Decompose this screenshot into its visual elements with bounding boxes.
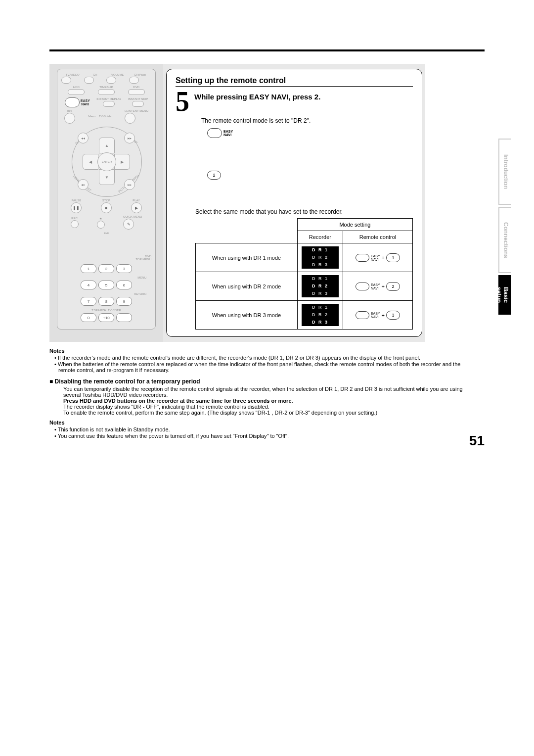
note-item: This function is not available in Standb… <box>54 426 475 432</box>
num-2: 2 <box>98 264 114 273</box>
lbl: REC <box>71 217 79 220</box>
when-cell: When using with DR 3 mode <box>196 301 298 330</box>
disable-body: You can temporarily disable the receptio… <box>63 386 475 416</box>
num-6: 6 <box>116 281 132 289</box>
tab-introduction: Introduction <box>498 139 511 205</box>
th-remote: Remote control <box>343 231 412 243</box>
num-plus10: +10 <box>98 313 114 322</box>
down: ▼ <box>99 169 115 185</box>
notes-title-2: Notes <box>49 420 475 425</box>
dpad: SLOW SKIP FRAME/ADJUST PICTURE SEARCH ◂◂… <box>72 127 141 196</box>
disable-line: You can temporarily disable the receptio… <box>63 386 475 398</box>
stop-btn: ■ <box>101 202 112 213</box>
tab-basic-setup: Basic setup <box>498 275 511 315</box>
easy-navi-button <box>65 97 80 107</box>
num-1: 1 <box>81 264 96 273</box>
corner-btn: ▸▸ <box>124 133 135 143</box>
step-text: The remote control mode is set to "DR 2"… <box>201 117 413 124</box>
step-body: The remote control mode is set to "DR 2"… <box>201 117 413 184</box>
table-row: When using with DR 2 mode D R 1 D R 2 D … <box>196 272 413 301</box>
right: ▶ <box>114 154 130 170</box>
lbl: Menu TV Guide <box>75 115 125 118</box>
dr3: D R 3 <box>302 261 339 269</box>
dr3-hi: D R 3 <box>302 319 339 326</box>
lbl: INSTANT SKIP <box>128 97 148 100</box>
easy-navi-key-label: EASY NAVI <box>223 130 233 137</box>
btn <box>128 89 145 95</box>
notes-title: Notes <box>49 348 475 354</box>
key-2: 2 <box>207 171 221 180</box>
combo-cell: EASY NAVI + 2 <box>343 272 412 301</box>
lbl: STOP <box>101 199 112 202</box>
combo-cell: EASY NAVI + 1 <box>343 243 412 272</box>
corner-btn: ◂ıı <box>78 179 89 190</box>
play-btn: ▶ <box>131 202 142 213</box>
btn <box>68 89 85 95</box>
lbl: Exit <box>61 232 151 235</box>
btn <box>129 77 139 84</box>
note-item: When the batteries of the remote control… <box>54 361 475 373</box>
navi-icon <box>356 311 369 319</box>
when-cell: When using with DR 1 mode <box>196 243 298 272</box>
instruction-panel: Setting up the remote control 5 While pr… <box>166 69 422 337</box>
top-rule <box>49 49 485 51</box>
corner-btn: ▸▸ <box>124 179 135 190</box>
rec-btn <box>71 220 79 228</box>
left: ◀ <box>83 154 98 170</box>
num-5: 5 <box>98 281 114 289</box>
navi-label: EASY NAVI <box>371 283 380 290</box>
lbl: TV/VIDEO <box>61 73 84 76</box>
navi-icon <box>356 283 369 290</box>
page-number: 51 <box>469 433 485 449</box>
table-row: When using with DR 3 mode D R 1 D R 2 D … <box>196 301 413 330</box>
lbl: MENU <box>61 276 151 279</box>
num-7: 7 <box>81 297 96 306</box>
quick-btn: ✎ <box>123 219 134 230</box>
dr-cell: D R 1 D R 2 D R 3 <box>297 301 343 330</box>
page: Introduction Connections Basic setup TV/… <box>0 0 534 464</box>
note-item: If the recorder's mode and the remote co… <box>54 355 475 361</box>
select-line: Select the same mode that you have set t… <box>195 208 413 215</box>
navi-label: EASY NAVI <box>371 312 380 319</box>
dr2: D R 2 <box>302 254 339 261</box>
enter-btn: ENTER <box>97 152 116 171</box>
btn <box>64 113 75 124</box>
mode-table: Mode setting Recorder Remote control Whe… <box>195 218 413 330</box>
lbl: PAUSE <box>71 199 82 202</box>
lbl: DVD <box>128 86 145 89</box>
lbl: Info <box>64 109 75 112</box>
easy-navi-key-icon <box>207 128 222 138</box>
remote-illustration: TV/VIDEO CH VOLUME CH/Page HDD TIMESLIP … <box>49 64 163 342</box>
th-recorder: Recorder <box>297 231 343 243</box>
section-title: Setting up the remote control <box>176 76 413 87</box>
disable-title: Disabling the remote control for a tempo… <box>49 378 475 385</box>
btn <box>98 89 115 95</box>
num-key: 1 <box>386 253 400 262</box>
dr2: D R 2 <box>302 311 339 319</box>
lbl: PLAY <box>131 199 142 202</box>
plus: + <box>382 255 385 261</box>
num-blank <box>116 313 132 322</box>
disable-line-bold: Press HDD and DVD buttons on the recorde… <box>63 398 475 404</box>
step-number: 5 <box>176 91 189 112</box>
lbl: DVD TOP MENU <box>136 255 151 261</box>
plus: + <box>382 284 385 289</box>
pause-btn: ❚❚ <box>71 202 82 213</box>
dr1: D R 1 <box>302 275 339 283</box>
lbl: INSTANT REPLAY <box>96 97 121 100</box>
side-tabs: Introduction Connections Basic setup <box>498 139 512 317</box>
btn <box>125 113 135 124</box>
tab-connections: Connections <box>498 207 511 273</box>
corner-btn: ◂◂ <box>78 133 89 143</box>
btn <box>84 77 94 84</box>
up: ▲ <box>99 138 115 153</box>
btn <box>61 77 71 84</box>
num-3: 3 <box>116 264 132 273</box>
num-key: 3 <box>386 311 400 320</box>
disable-line: To enable the remote control, perform th… <box>63 410 475 416</box>
lbl: CH <box>84 73 107 76</box>
lbl: QUICK MENU <box>123 215 142 218</box>
dr3: D R 3 <box>302 290 339 297</box>
step-heading: While pressing EASY NAVI, press 2. <box>194 93 320 101</box>
lbl: HDD <box>68 86 85 89</box>
